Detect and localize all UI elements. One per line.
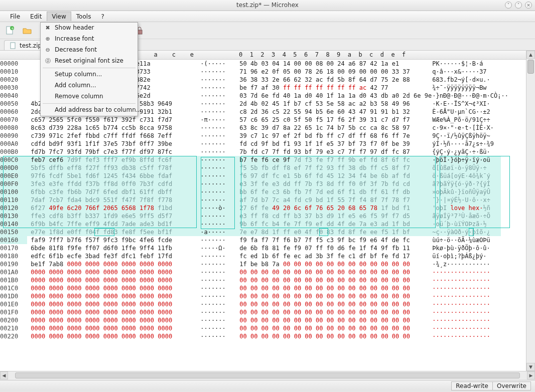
- new-file-button[interactable]: +: [4, 25, 16, 37]
- menu-help[interactable]: ?: [96, 12, 109, 22]
- titlebar: test.zip* — Microhex ˅ ˄ ×: [0, 0, 535, 11]
- hex-row[interactable]: 001E0 0000 0000 0000 0000 0000 0000 0000…: [0, 300, 526, 308]
- hex-row[interactable]: 00170 6bde 81f8 f9fe ff07 d6f0 1ffe 9ff4…: [0, 244, 526, 252]
- svg-rect-4: [11, 43, 15, 49]
- close-button[interactable]: ×: [525, 2, 532, 9]
- menu-setup-column[interactable]: Setup column...: [41, 69, 138, 80]
- window-title: test.zip* — Microhex: [236, 2, 299, 9]
- hex-row[interactable]: 000E0 97f6 fcdf 5be1 fd6f 1245 f434 6bbe…: [0, 172, 526, 180]
- hex-row[interactable]: 001A0 0000 0000 0000 0000 0000 0000 0000…: [0, 268, 526, 276]
- menu-file[interactable]: File: [5, 12, 25, 22]
- hex-row[interactable]: 00080 8c63 d739 228a 1c65 b774 cc5b 8cca…: [0, 124, 526, 132]
- file-new-icon: +: [5, 26, 15, 36]
- statusbar: Read-write Overwrite: [0, 380, 535, 391]
- hex-row[interactable]: 001D0 0000 0000 0000 0000 0000 0000 0000…: [0, 292, 526, 300]
- menu-reset-font[interactable]: ⓪Reset original font size: [41, 56, 138, 67]
- menu-view[interactable]: View: [47, 12, 71, 21]
- hex-row[interactable]: 00160 faf9 7ff7 b7f6 f57f 9fc3 f9bc 4fe6…: [0, 236, 526, 244]
- menu-edit[interactable]: Edit: [25, 12, 47, 22]
- hex-row[interactable]: 000C0 feb7 cef6 7d9f fef3 fff7 ef9b 8ffd…: [0, 156, 526, 164]
- zoom-in-icon: ⊕: [44, 35, 52, 43]
- hex-row[interactable]: 00100 6fbb c3fe fb6b 7d7f 6fed dbf1 61ff…: [0, 188, 526, 196]
- scroll-down-arrow[interactable]: ▼: [526, 363, 535, 371]
- hscroll-thumb[interactable]: [15, 372, 520, 378]
- hex-row[interactable]: 00190 be1f 7ab8 0000 0000 0000 0000 0000…: [0, 260, 526, 268]
- scroll-left-arrow[interactable]: ◀: [0, 371, 8, 379]
- hex-row[interactable]: 00070 c657 2565 5fc0 f550 f617 392f c731…: [0, 116, 526, 124]
- hex-row[interactable]: 00220 0000 0000 0000 0000 0000 0000 0000…: [0, 332, 526, 340]
- svg-text:+: +: [11, 27, 14, 31]
- hex-row[interactable]: 000A0 cdfd bd9f 93f1 1f1f 37e5 73bf 0ff7…: [0, 140, 526, 148]
- open-file-button[interactable]: [21, 25, 33, 37]
- hex-row[interactable]: 00200 0000 0000 0000 0000 0000 0000 0000…: [0, 316, 526, 324]
- menu-separator: [43, 68, 136, 68]
- menu-add-address-bar[interactable]: Add address bar to column...: [41, 105, 138, 116]
- zoom-reset-icon: ⓪: [44, 57, 52, 65]
- status-overwrite: Overwrite: [492, 381, 531, 390]
- hex-row[interactable]: 000D0 5bf5 dffb eff8 f27f ff93 db38 c5ff…: [0, 164, 526, 172]
- hex-row[interactable]: 00180 edfc 6f1b ecfe 3bad fe3f dfc1 febf…: [0, 252, 526, 260]
- hex-row[interactable]: 00110 7daf 7cb7 fda4 bdc9 551f f47f 7f8f…: [0, 196, 526, 204]
- menu-add-column[interactable]: Add column...: [41, 80, 138, 91]
- hex-row[interactable]: 00210 0000 0000 0000 0000 0000 0000 0000…: [0, 324, 526, 332]
- scroll-thumb[interactable]: [527, 60, 534, 74]
- hex-row[interactable]: 001F0 0000 0000 0000 0000 0000 0000 0000…: [0, 308, 526, 316]
- hex-row[interactable]: 000B0 fd7b 7fc7 93fd 79bf c7e3 f77f df97…: [0, 148, 526, 156]
- zoom-out-icon: ⊖: [44, 46, 52, 54]
- menu-remove-column[interactable]: Remove column: [41, 91, 138, 102]
- hex-row[interactable]: 001C0 0000 0000 0000 0000 0000 0000 0000…: [0, 284, 526, 292]
- horizontal-scrollbar[interactable]: ◀ ▶: [0, 371, 535, 380]
- menu-show-header[interactable]: ✖Show header: [41, 23, 138, 34]
- scroll-right-arrow[interactable]: ▶: [527, 371, 535, 379]
- hex-row[interactable]: 00120 6f27 49fe 6c20 766f 2065 6568 1f78…: [0, 204, 526, 212]
- hex-row[interactable]: 00130 ffe3 cdf8 b3ff b337 1fd9 e6e5 9ff5…: [0, 212, 526, 220]
- close-x-icon: ✖: [44, 24, 52, 32]
- hex-row[interactable]: 00140 6f9b b4fc 7ffe eff9 4fdd 7ade ade3…: [0, 220, 526, 228]
- menu-decrease-font[interactable]: ⊖Decrease font: [41, 45, 138, 56]
- menu-tools[interactable]: Tools: [71, 12, 96, 22]
- folder-open-icon: [22, 26, 32, 36]
- menu-separator: [43, 103, 136, 104]
- hex-row[interactable]: 00150 e77e 1f8d e0ff f04f fd83 fe8f f5ee…: [0, 228, 526, 236]
- menubar: File Edit View Tools ?: [0, 11, 535, 22]
- hex-row[interactable]: 00090 c739 971c 2fef fbbd c7ff ffdf f668…: [0, 132, 526, 140]
- menu-increase-font[interactable]: ⊕Increase font: [41, 34, 138, 45]
- hex-row[interactable]: 000F0 3fe3 e3fe ffdd f37b ff8d 0ff0 7b3f…: [0, 180, 526, 188]
- minimize-button[interactable]: ˅: [505, 2, 512, 9]
- view-menu-dropdown: ✖Show header ⊕Increase font ⊖Decrease fo…: [40, 22, 138, 116]
- scroll-up-arrow[interactable]: ▲: [526, 51, 535, 59]
- hex-row[interactable]: 001B0 0000 0000 0000 0000 0000 0000 0000…: [0, 276, 526, 284]
- document-icon: [10, 42, 17, 49]
- maximize-button[interactable]: ˄: [515, 2, 522, 9]
- status-readwrite: Read-write: [451, 381, 493, 390]
- vertical-scrollbar[interactable]: ▲ ▼: [526, 51, 535, 371]
